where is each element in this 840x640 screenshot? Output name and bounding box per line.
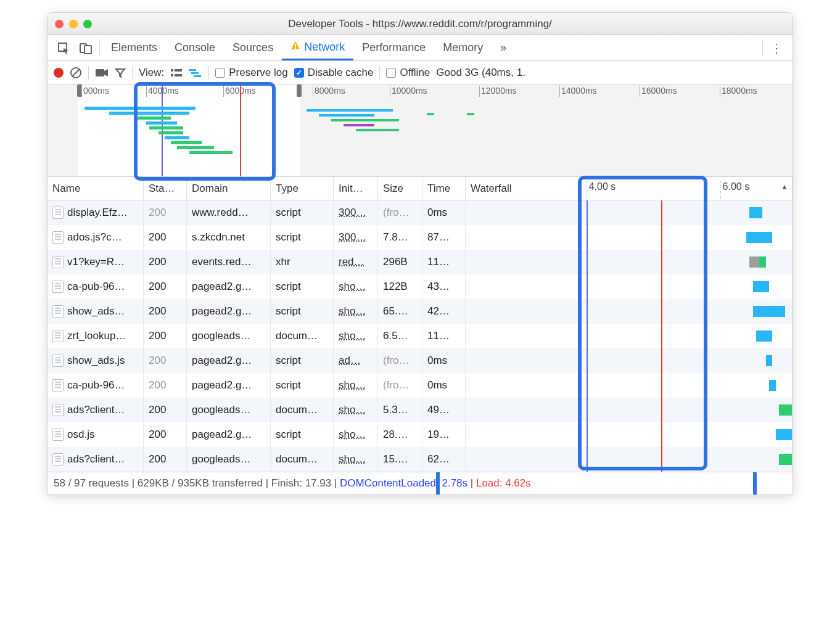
timeline-tick: 8000ms	[313, 86, 345, 97]
timeline-bar	[427, 113, 434, 115]
cell-initiator[interactable]: sho…	[334, 447, 378, 472]
table-row[interactable]: display.Efz…200www.redd…script300…(fro…0…	[47, 200, 793, 225]
cell-name[interactable]: v1?key=R…	[47, 250, 144, 274]
cell-initiator[interactable]: sho…	[334, 398, 378, 422]
cell-name[interactable]: ads?client…	[47, 447, 144, 472]
cell-initiator[interactable]: sho…	[334, 373, 378, 398]
record-button[interactable]	[54, 68, 64, 78]
table-row[interactable]: show_ads.js200pagead2.g…scriptad…(fro…0m…	[47, 348, 793, 373]
cell-name[interactable]: display.Efz…	[47, 200, 144, 225]
col-initiator[interactable]: Init…	[334, 177, 378, 200]
device-icon[interactable]	[75, 38, 97, 58]
table-row[interactable]: ca-pub-96…200pagead2.g…scriptsho…(fro…0m…	[47, 373, 793, 398]
cell-name[interactable]: ads?client…	[47, 398, 144, 422]
tab-console[interactable]: Console	[166, 36, 224, 59]
svg-rect-2	[84, 46, 91, 54]
cell-name[interactable]: ca-pub-96…	[47, 373, 144, 398]
cell-size: 15.…	[378, 447, 422, 472]
cell-initiator[interactable]: sho…	[334, 299, 378, 324]
tab-elements[interactable]: Elements	[102, 36, 166, 59]
timeline-bar	[109, 112, 189, 115]
dcl-line	[587, 225, 588, 250]
dcl-line	[587, 274, 588, 299]
col-domain[interactable]: Domain	[187, 177, 271, 200]
load-line	[661, 373, 662, 398]
cell-domain: googleads…	[187, 324, 271, 348]
cell-name[interactable]: ca-pub-96…	[47, 274, 144, 299]
minimize-icon[interactable]	[69, 20, 78, 28]
clear-icon[interactable]	[70, 67, 82, 79]
cell-type: docum…	[271, 398, 334, 422]
cell-initiator[interactable]: sho…	[334, 422, 378, 447]
cell-name[interactable]: show_ads…	[47, 299, 144, 324]
cell-name[interactable]: ados.js?c…	[47, 225, 144, 250]
dcl-line	[587, 422, 588, 447]
table-row[interactable]: ados.js?c…200s.zkcdn.netscript300…7.8…87…	[47, 225, 793, 250]
table-row[interactable]: ads?client…200googleads…docum…sho…5.3…49…	[47, 398, 793, 422]
checkbox-icon[interactable]	[386, 68, 396, 78]
col-name[interactable]: Name	[47, 177, 144, 200]
cell-size: 7.8…	[378, 225, 422, 250]
tab-sources[interactable]: Sources	[224, 36, 282, 59]
col-size[interactable]: Size	[378, 177, 422, 200]
cell-initiator[interactable]: sho…	[334, 274, 378, 299]
close-icon[interactable]	[55, 20, 64, 28]
filter-icon[interactable]	[115, 67, 126, 78]
col-time[interactable]: Time	[422, 177, 466, 200]
cell-initiator[interactable]: red…	[334, 250, 378, 274]
cell-initiator[interactable]: 300…	[334, 225, 378, 250]
table-row[interactable]: ca-pub-96…200pagead2.g…scriptsho…122B43…	[47, 274, 793, 299]
svg-rect-12	[189, 69, 196, 71]
cell-domain: pagead2.g…	[187, 373, 271, 398]
finish-time: Finish: 17.93	[271, 477, 331, 489]
kebab-icon[interactable]: ⋮	[765, 37, 788, 59]
table-row[interactable]: v1?key=R…200events.red…xhrred…296B11…	[47, 250, 793, 274]
cell-name[interactable]: osd.js	[47, 422, 144, 447]
cell-status: 200	[144, 274, 187, 299]
tab-memory[interactable]: Memory	[434, 36, 492, 59]
waterfall-bar	[756, 330, 772, 342]
view-list-icon[interactable]	[170, 68, 183, 78]
svg-rect-10	[171, 74, 173, 76]
svg-rect-8	[171, 69, 173, 72]
throttle-select[interactable]: Good 3G (40ms, 1.	[436, 67, 525, 79]
panel-tabs: ElementsConsoleSourcesNetworkPerformance…	[47, 35, 793, 61]
timeline-overview[interactable]: 000ms4000ms6000ms8000ms10000ms12000ms140…	[47, 84, 793, 177]
tab-performance[interactable]: Performance	[353, 36, 434, 59]
timeline-bar	[171, 141, 202, 144]
table-row[interactable]: zrt_lookup…200googleads…docum…sho…6.5…11…	[47, 324, 793, 348]
table-row[interactable]: show_ads…200pagead2.g…scriptsho…65.…42…	[47, 299, 793, 324]
view-waterfall-icon[interactable]	[189, 68, 202, 77]
cell-name[interactable]: zrt_lookup…	[47, 324, 144, 348]
preserve-log-checkbox[interactable]: Preserve log	[215, 67, 287, 79]
cell-status: 200	[144, 225, 187, 250]
tab-network[interactable]: Network	[282, 36, 353, 60]
cell-status: 200	[144, 200, 187, 225]
more-tabs[interactable]: »	[492, 36, 515, 59]
cell-type: script	[271, 225, 334, 250]
col-waterfall[interactable]: Waterfall 4.00 s 6.00 s ▲	[466, 177, 793, 200]
camera-icon[interactable]	[95, 68, 109, 78]
inspect-icon[interactable]	[52, 38, 75, 58]
timeline-selection[interactable]	[78, 84, 300, 176]
cell-initiator[interactable]: 300…	[334, 200, 378, 225]
file-icon	[52, 207, 64, 219]
table-row[interactable]: osd.js200pagead2.g…scriptsho…28.…19…	[47, 422, 793, 447]
file-icon	[52, 256, 64, 268]
timeline-bar	[331, 119, 399, 121]
dcl-line	[587, 250, 588, 274]
col-status[interactable]: Sta…	[144, 177, 187, 200]
titlebar[interactable]: Developer Tools - https://www.reddit.com…	[47, 13, 793, 35]
cell-initiator[interactable]: ad…	[334, 348, 378, 373]
cell-name[interactable]: show_ads.js	[47, 348, 144, 373]
table-row[interactable]: ads?client…200googleads…docum…sho…15.…62…	[47, 447, 793, 472]
zoom-icon[interactable]	[83, 20, 92, 28]
col-type[interactable]: Type	[271, 177, 334, 200]
checkbox-checked-icon[interactable]: ✓	[294, 68, 304, 78]
timeline-bar	[319, 114, 374, 117]
offline-checkbox[interactable]: Offline	[386, 67, 430, 79]
file-icon	[52, 231, 64, 244]
checkbox-icon[interactable]	[215, 68, 225, 78]
cell-initiator[interactable]: sho…	[334, 324, 378, 348]
disable-cache-checkbox[interactable]: ✓Disable cache	[294, 67, 374, 79]
